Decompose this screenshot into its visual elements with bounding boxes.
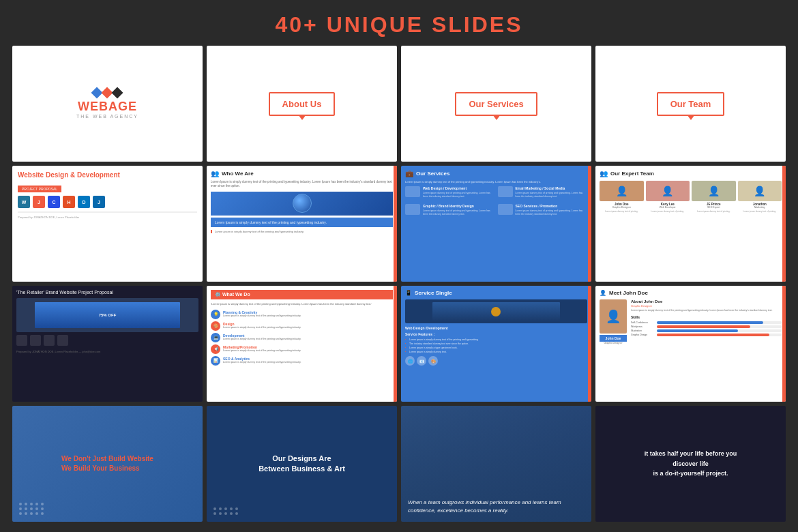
retailer-title: 'The Retailer' Brand Website Project Pro… [16,290,198,295]
service-item-3: Graphic / Brand Identity Design Lorem ip… [405,204,495,216]
service-item-2: Email Marketing / Social Media Lorem ips… [498,186,588,198]
dark-quote-text: It takes half your life before you disco… [645,449,737,478]
member-bio-1: Lorem ipsum dummy text of printing. [600,210,644,213]
team-grid: 👤 John Doe Graphic Designer Lorem ipsum … [600,181,782,213]
what-items: 💡 Planning & Creativity Lorem ipsum is s… [211,310,393,366]
skill-3: Illustration [631,329,782,332]
john-bio: Lorem ipsum is simply dummy text of the … [631,309,782,312]
proposal-title: Website Design & Development [18,171,197,179]
seo-icon: 📊 [211,356,220,366]
logo-sub: THE WEB AGENCY [76,114,138,119]
features-title: Service Features : [405,332,587,336]
avatar-3: 👤 [692,181,736,201]
person-icon: 👤 [600,290,606,296]
service-single-subtitle: Web Design /Development [405,326,587,330]
features-list: Lorem ipsum is simply dummy text of the … [405,338,587,353]
people-icon: 👥 [211,170,219,177]
member-bio-3: Lorem ipsum dummy text of printing. [692,210,736,213]
what-header: ⚙️ What We Do [211,290,393,299]
slide-about: About Us [207,46,397,162]
retailer-footer: Prepared by JONATHON DOE, Lorem Placehol… [16,350,198,353]
skill-2: Wordpress [631,325,782,328]
slide-our-team: Our Team [595,46,786,162]
member-bio-4: Lorem ipsum dummy text of printing. [738,210,782,213]
slide-quote-1: We Don't Just Build Website We Build You… [12,406,203,522]
logo-text: WEBAGE [76,100,138,114]
slide-quote-2: Our Designs Are Between Business & Art [207,406,397,522]
tablet-icon: 📱 [405,290,412,296]
what-item-2: 🎨 Design Lorem ipsum is simply dummy tex… [211,321,393,331]
s-icon-1: 🌐 [405,356,415,366]
skill-1: Self-Confidence [631,321,782,324]
about-label: About Us [269,92,336,116]
dev-icon: 💻 [211,333,220,342]
who-quote: Lorem ipsum is simply dummy text of the … [211,230,393,233]
avatar-1: 👤 [600,181,644,201]
team-icon: 👥 [600,170,608,177]
john-role-badge: Graphic Designer [600,342,627,344]
globe-area [211,192,393,216]
avatar-2: 👤 [646,181,690,201]
s-icon-3: 🎨 [428,356,438,366]
john-name-badge: John Doe [600,335,627,342]
services-detail-title: 💼 Our Services [405,170,587,177]
slide-dark-quote: It takes half your life before you disco… [595,406,786,522]
slide-who-we-are: 👥 Who We Are Lorem Ipsum is simply dummy… [207,166,397,282]
avatar-4: 👤 [738,181,782,201]
s-icon-2: 📧 [417,356,426,366]
what-item-4: 📢 Marketing/Promotion Lorem ipsum is sim… [211,344,393,354]
team-label: Our Team [657,92,725,116]
quote-2-text: Our Designs Are Between Business & Art [258,454,345,475]
design-icon: 🎨 [211,321,220,331]
slide-service-single: 📱 Service Single Web Design /Development… [401,286,591,402]
slide-retailer: 'The Retailer' Brand Website Project Pro… [12,286,203,402]
planning-icon: 💡 [211,310,220,319]
proposal-footer: Prepared by JONATHON DOE, Lorem Placehol… [18,216,197,219]
about-label-sm: About John Doe [631,299,782,304]
john-header: 👤 Meet John Doe [600,290,782,296]
slide-proposal: Website Design & Development PROJECT PRO… [12,166,203,282]
john-avatar: 👤 [600,299,627,334]
who-highlight: Lorem Ipsum is simply dummy text of the … [211,218,393,227]
proposal-badge: PROJECT PROPOSAL [18,186,61,192]
slide-team-photo: When a team outgrows individual performa… [401,406,591,522]
quote-1-text: We Don't Just Build Website We Build You… [61,454,153,473]
slide-what-we-do: ⚙️ What We Do 'Lorem Ipsum is simply dum… [207,286,397,402]
who-text: Lorem Ipsum is simply dummy text of the … [211,180,393,189]
team-member-2: 👤 Keny Lee Web Developer Lorem ipsum dum… [646,181,690,213]
john-content: 👤 John Doe Graphic Designer About John D… [600,299,782,344]
services-desc: Lorem Ipsum is simply dummy text of the … [405,180,587,183]
team-quote: When a team outgrows individual performa… [408,499,585,515]
skills-title: Skills [631,315,782,319]
service-item-1: Web Design / Development Lorem ipsum dum… [405,186,495,198]
what-item-1: 💡 Planning & Creativity Lorem ipsum is s… [211,310,393,319]
slide-our-services: Our Services [401,46,591,162]
marketing-icon: 📢 [211,344,220,354]
service-single-img [405,299,587,323]
slides-grid: WEBAGE THE WEB AGENCY About Us Our Servi… [0,46,798,530]
service-icons-row: 🌐 📧 🎨 [405,356,587,366]
expert-title: 👥 Our Expert Team [600,170,782,177]
who-title: 👥 Who We Are [211,170,393,177]
page-title: 40+ UNIQUE SLIDES [0,0,798,46]
services-grid: Web Design / Development Lorem ipsum dum… [405,186,587,219]
team-member-4: 👤 Jonathon Marketing Lorem ipsum dummy t… [738,181,782,213]
what-item-3: 💻 Development Lorem ipsum is simply dumm… [211,333,393,342]
retailer-screen: 75% OFF [16,298,198,332]
john-details: About John Doe Graphic Designer Lorem ip… [631,299,782,344]
cms-icons: W J C H D J [18,196,197,208]
team-member-1: 👤 John Doe Graphic Designer Lorem ipsum … [600,181,644,213]
skill-4: Graphic Design [631,334,782,336]
member-bio-2: Lorem ipsum dummy text of printing. [646,210,690,213]
what-intro: 'Lorem Ipsum is simply dummy text of the… [211,302,393,306]
briefcase-icon: 💼 [405,170,413,177]
slide-expert-team: 👥 Our Expert Team 👤 John Doe Graphic Des… [595,166,786,282]
team-member-3: 👤 JE Prince SEO Expert Lorem ipsum dummy… [692,181,736,213]
globe-icon [293,194,312,213]
slide-meet-john: 👤 Meet John Doe 👤 John Doe Graphic Desig… [595,286,786,402]
service-single-title: 📱 Service Single [405,290,587,296]
slide-services-detail: 💼 Our Services Lorem Ipsum is simply dum… [401,166,591,282]
service-item-4: SEO Services / Promotion Lorem ipsum dum… [498,204,588,216]
retailer-icons [16,335,198,346]
slide-logo: WEBAGE THE WEB AGENCY [12,46,203,162]
